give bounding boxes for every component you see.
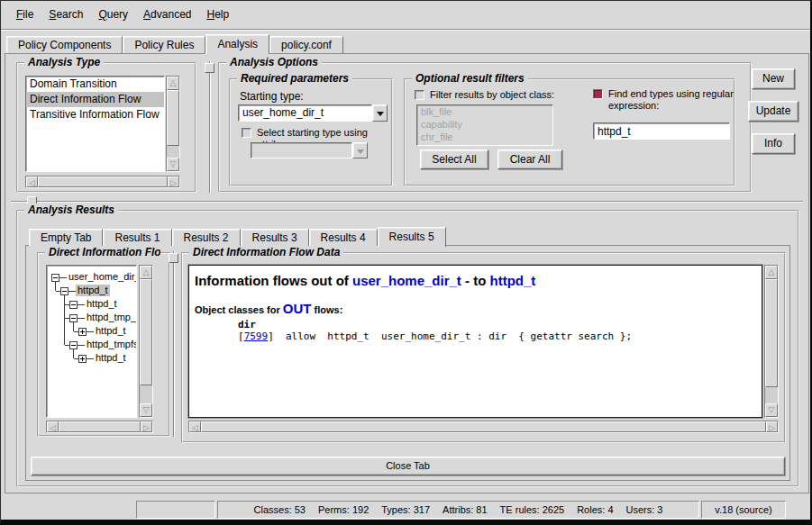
list-item[interactable]: Direct Information Flow	[26, 92, 164, 107]
tree-node-httpd_t[interactable]: httpd_t	[94, 325, 128, 337]
results-sash-handle[interactable]	[169, 253, 178, 263]
tab-analysis[interactable]: Analysis	[205, 34, 269, 54]
source-type: user_home_dir_t	[352, 273, 461, 288]
flow-tree[interactable]: user_home_dir_thttpd_thttpd_thttpd_tmp_t…	[46, 265, 137, 418]
list-item: chr_file	[417, 131, 552, 143]
new-button[interactable]: New	[752, 68, 795, 89]
list-item: capability	[417, 118, 552, 131]
scroll-down-icon[interactable]: ▽	[167, 158, 179, 171]
tree-hscrollbar[interactable]: ◁ ▷	[46, 421, 153, 433]
scroll-right-icon[interactable]: ▷	[766, 421, 778, 432]
regex-checkbox[interactable]	[593, 89, 603, 99]
chevron-down-icon	[352, 142, 368, 158]
tree-node-httpd_t[interactable]: httpd_t	[85, 298, 119, 310]
required-parameters-title: Required parameters	[237, 72, 352, 85]
select-all-button[interactable]: Select All	[420, 149, 488, 169]
stat-item: Classes: 53	[254, 504, 306, 515]
pane-sash-vertical[interactable]	[209, 61, 211, 193]
results-tab-bar: Empty TabResults 1Results 2Results 3Resu…	[29, 226, 446, 246]
info-button[interactable]: Info	[752, 133, 795, 154]
tree-connector	[87, 358, 94, 359]
required-parameters-group: Required parameters Starting type: user_…	[229, 78, 393, 186]
scroll-up-icon[interactable]: △	[765, 266, 778, 279]
list-item[interactable]: Transitive Information Flow	[26, 107, 164, 122]
analysis-options-group: Analysis Options Required parameters Sta…	[218, 62, 752, 193]
tree-collapse-icon[interactable]	[60, 287, 68, 295]
object-classes-line: Object classes for OUT flows:	[195, 301, 756, 316]
tab-policy-conf[interactable]: policy.conf	[269, 36, 343, 53]
menu-advanced[interactable]: Advanced	[140, 1, 195, 28]
starting-type-combobox[interactable]: user_home_dir_t	[238, 104, 388, 122]
tree-collapse-icon[interactable]	[69, 301, 78, 309]
tree-collapse-icon[interactable]	[69, 341, 78, 349]
pane-sash-handle[interactable]	[205, 63, 214, 73]
regex-checkbox-label: Find end types using regularexpression:	[608, 88, 734, 112]
analysis-type-title: Analysis Type	[24, 56, 104, 68]
tree-expand-icon[interactable]	[78, 328, 87, 336]
stat-item: Perms: 192	[318, 504, 369, 515]
results-tab-empty-tab[interactable]: Empty Tab	[29, 229, 103, 246]
regex-input[interactable]: httpd_t	[593, 122, 730, 140]
analysis-type-vscrollbar[interactable]: △ ▽	[166, 76, 180, 172]
update-button[interactable]: Update	[748, 101, 798, 122]
results-tab-results-5[interactable]: Results 5	[378, 227, 446, 247]
optional-filters-title: Optional result filters	[412, 72, 528, 85]
menu-help[interactable]: Help	[203, 1, 233, 28]
tab-policy-components[interactable]: Policy Components	[6, 36, 123, 53]
results-tab-results-2[interactable]: Results 2	[172, 229, 241, 246]
pane-sash-horizontal[interactable]	[11, 201, 803, 203]
optional-filters-group: Optional result filters Filter results b…	[404, 78, 735, 186]
tree-collapse-icon[interactable]	[69, 314, 78, 322]
scroll-up-icon[interactable]: △	[167, 77, 179, 90]
close-tab-button[interactable]: Close Tab	[31, 457, 785, 475]
starting-type-label: Starting type:	[240, 90, 304, 103]
stat-item: Roles: 4	[577, 504, 613, 515]
scroll-up-icon[interactable]: △	[140, 266, 152, 279]
scroll-left-icon[interactable]: ◁	[189, 421, 201, 432]
flow-tree-group: Direct Information Flow Tree user_home_d…	[37, 252, 170, 437]
tree-node-httpd_t[interactable]: httpd_t	[94, 352, 128, 364]
rule-number-link[interactable]: 7599	[244, 330, 269, 342]
tab-policy-rules[interactable]: Policy Rules	[123, 36, 205, 53]
tree-node-httpd_tmp_t[interactable]: httpd_tmp_t	[85, 312, 137, 323]
tree-collapse-icon[interactable]	[51, 274, 59, 282]
object-class-filter-checkbox[interactable]	[415, 90, 424, 100]
te-rule-line: [7599] allow httpd_t user_home_dir_t : d…	[238, 330, 756, 342]
tree-connector	[74, 331, 78, 332]
analysis-type-hscrollbar[interactable]: ◁ ▷	[25, 176, 180, 188]
scroll-down-icon[interactable]: ▽	[765, 403, 778, 417]
clear-all-button[interactable]: Clear All	[497, 149, 562, 169]
results-tab-results-1[interactable]: Results 1	[103, 229, 171, 246]
scroll-right-icon[interactable]: ▷	[141, 421, 152, 432]
flow-direction: OUT	[283, 301, 312, 316]
tree-node-httpd_t[interactable]: httpd_t	[76, 285, 110, 296]
policy-stats: Classes: 53Perms: 192Types: 317Attribs: …	[217, 501, 699, 519]
data-hscrollbar[interactable]: ◁ ▷	[188, 421, 779, 433]
attrib-combobox	[251, 142, 368, 158]
menu-query[interactable]: Query	[95, 1, 132, 28]
flow-data-text[interactable]: Information flows out of user_home_dir_t…	[188, 265, 762, 418]
scroll-left-icon[interactable]: ◁	[47, 421, 59, 432]
results-tab-results-4[interactable]: Results 4	[309, 229, 378, 246]
tree-vscrollbar[interactable]: △ ▽	[139, 265, 153, 418]
results-tab-results-3[interactable]: Results 3	[241, 229, 309, 246]
tree-node-user_home_dir_t[interactable]: user_home_dir_t	[67, 271, 137, 283]
target-type: httpd_t	[490, 273, 536, 288]
menubar-separator	[1, 29, 810, 31]
tree-node-httpd_tmpfs_t[interactable]: httpd_tmpfs_t	[85, 339, 137, 350]
attrib-checkbox[interactable]	[242, 128, 251, 138]
object-class-listbox: blk_filecapabilitychr_file	[416, 104, 553, 146]
chevron-down-icon[interactable]	[372, 104, 388, 122]
tree-connector	[78, 318, 85, 319]
menu-search[interactable]: Search	[45, 1, 87, 28]
analysis-type-listbox[interactable]: Domain TransitionDirect Information Flow…	[25, 76, 165, 172]
data-vscrollbar[interactable]: △ ▽	[764, 265, 779, 418]
scroll-down-icon[interactable]: ▽	[140, 403, 152, 417]
results-sash-vertical[interactable]	[173, 251, 175, 437]
scroll-right-icon[interactable]: ▷	[168, 177, 179, 187]
starting-type-value[interactable]: user_home_dir_t	[238, 104, 372, 122]
list-item[interactable]: Domain Transition	[26, 77, 164, 92]
menu-file[interactable]: File	[13, 1, 37, 28]
tree-expand-icon[interactable]	[78, 355, 87, 363]
scroll-left-icon[interactable]: ◁	[26, 177, 38, 187]
